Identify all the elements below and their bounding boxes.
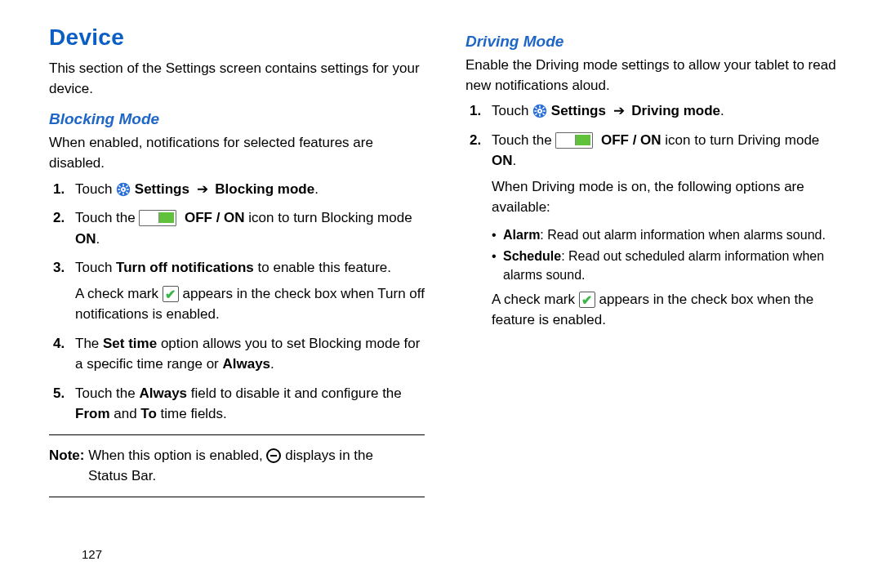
driving-intro: Enable the Driving mode settings to allo… [466, 56, 841, 96]
driving-sub-available: When Driving mode is on, the following o… [492, 176, 841, 218]
checkmark-icon [163, 286, 179, 302]
blocking-step-3: Touch Turn off notifications to enable t… [49, 257, 425, 325]
driving-step-2: Touch the OFF / ON icon to turn Driving … [466, 130, 841, 218]
gear-icon [532, 104, 547, 118]
blocking-step-3-sub: A check mark appears in the check box wh… [75, 283, 425, 325]
minus-circle-icon [266, 448, 281, 463]
blocking-note: Note: When this option is enabled, displ… [49, 445, 425, 487]
svg-rect-13 [543, 111, 546, 113]
blocking-step-5: Touch the Always field to disable it and… [49, 383, 425, 425]
driving-steps: Touch Settings ➔ Driving mode. Touch the… [466, 100, 841, 218]
blocking-step-1: Touch Settings ➔ Blocking mode. [49, 179, 425, 200]
note-line2: Status Bar. [49, 466, 425, 487]
divider [49, 497, 425, 497]
svg-rect-3 [118, 189, 120, 190]
heading-device: Device [49, 24, 425, 51]
svg-rect-4 [127, 189, 129, 190]
svg-rect-2 [122, 192, 124, 194]
right-column: Driving Mode Enable the Driving mode set… [466, 24, 841, 507]
blocking-step-4: The Set time option allows you to set Bl… [49, 333, 425, 375]
svg-rect-11 [539, 114, 541, 117]
heading-driving-mode: Driving Mode [466, 33, 841, 51]
gear-icon [116, 182, 131, 197]
blocking-steps: Touch Settings ➔ Blocking mode. Touch th… [49, 179, 425, 425]
heading-blocking-mode: Blocking Mode [49, 110, 425, 128]
driving-option-alarm: Alarm: Read out alarm information when a… [492, 226, 841, 244]
divider [49, 434, 425, 435]
driving-option-schedule: Schedule: Read out scheduled alarm infor… [492, 247, 841, 284]
page-number: 127 [82, 547, 102, 561]
driving-options: Alarm: Read out alarm information when a… [492, 226, 841, 284]
svg-rect-1 [122, 184, 124, 186]
left-column: Device This section of the Settings scre… [49, 24, 425, 507]
driving-checkmark-note: A check mark appears in the check box wh… [492, 289, 841, 331]
blocking-step-2: Touch the OFF / ON icon to turn Blocking… [49, 207, 425, 249]
svg-rect-10 [539, 106, 541, 109]
toggle-icon [555, 132, 593, 149]
device-intro: This section of the Settings screen cont… [49, 59, 425, 99]
svg-rect-12 [534, 111, 537, 113]
blocking-intro: When enabled, notifications for selected… [49, 133, 425, 173]
driving-step-1: Touch Settings ➔ Driving mode. [466, 100, 841, 122]
checkmark-icon [579, 292, 595, 308]
toggle-icon [139, 210, 176, 226]
